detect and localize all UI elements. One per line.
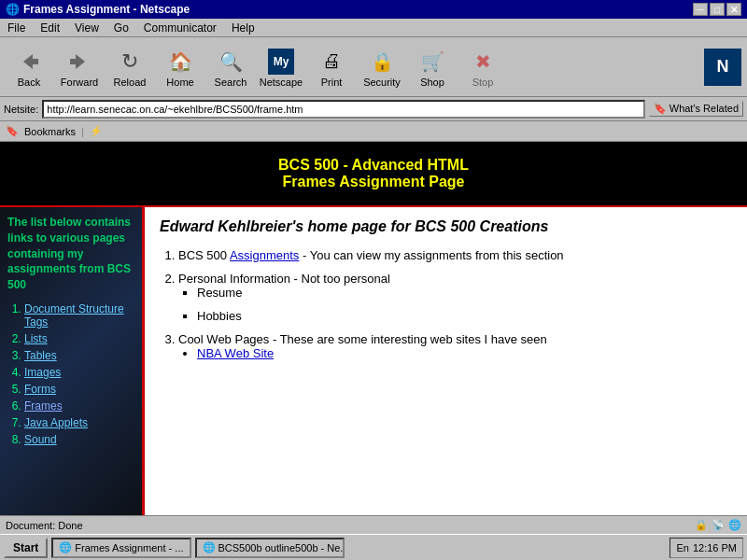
menu-file[interactable]: File — [4, 21, 29, 35]
title-bar-label: Frames Assignment - Netscape — [23, 3, 190, 16]
list-item: Sound — [24, 433, 134, 446]
list-item: Resume — [197, 286, 732, 300]
taskbar-item-bcs500[interactable]: 🌐 BCS500b outline500b - Ne... — [195, 538, 345, 558]
security-button[interactable]: 🔒 Security — [359, 47, 405, 88]
taskbar-item-frames-icon: 🌐 — [59, 541, 72, 553]
menu-go[interactable]: Go — [110, 21, 133, 35]
menu-view[interactable]: View — [71, 21, 103, 35]
shop-button[interactable]: 🛒 Shop — [409, 47, 456, 88]
svg-rect-1 — [33, 59, 38, 64]
list-item: NBA Web Site — [197, 346, 732, 360]
link-images[interactable]: Images — [24, 366, 61, 379]
security-icon: 🔒 — [367, 47, 397, 77]
menu-communicator[interactable]: Communicator — [140, 21, 220, 35]
link-sound[interactable]: Sound — [24, 433, 57, 446]
maximize-button[interactable]: □ — [710, 3, 725, 16]
left-frame-intro: The list below contains links to various… — [7, 215, 134, 293]
search-button[interactable]: 🔍 Search — [207, 47, 254, 88]
link-tables[interactable]: Tables — [24, 349, 57, 362]
list-item: Hobbies — [197, 309, 732, 323]
list-item: Tables — [24, 349, 134, 362]
link-frames[interactable]: Frames — [24, 399, 63, 413]
shop-icon: 🛒 — [417, 47, 447, 77]
left-frame-links: Document Structure Tags Lists Tables Ima… — [7, 302, 134, 446]
nba-link[interactable]: NBA Web Site — [197, 346, 274, 360]
header-title2: Frames Assignment Page — [282, 174, 464, 190]
assignments-link[interactable]: Assignments — [230, 248, 299, 262]
frames-container: The list below contains links to various… — [0, 205, 747, 515]
reload-icon: ↻ — [115, 47, 145, 77]
minimize-button[interactable]: ─ — [693, 3, 708, 16]
link-java-applets[interactable]: Java Applets — [24, 416, 88, 429]
item1-text: BCS 500 — [178, 248, 230, 262]
header-banner: BCS 500 - Advanced HTML Frames Assignmen… — [0, 142, 747, 205]
status-icons: 🔒 📡 🌐 — [695, 519, 741, 531]
address-input[interactable] — [42, 100, 644, 119]
taskbar-clock: En 12:16 PM — [669, 538, 743, 558]
bookmarks-separator: | — [81, 126, 84, 137]
menu-edit[interactable]: Edit — [36, 21, 63, 35]
forward-icon — [64, 47, 94, 77]
status-bar: Document: Done 🔒 📡 🌐 — [0, 515, 747, 534]
menu-bar: File Edit View Go Communicator Help — [0, 19, 747, 37]
item3-text: Cool Web Pages - These are some interest… — [178, 332, 547, 346]
link-lists[interactable]: Lists — [24, 332, 48, 345]
menu-help[interactable]: Help — [228, 21, 259, 35]
back-icon — [14, 47, 44, 77]
link-forms[interactable]: Forms — [24, 383, 56, 396]
netscape-button[interactable]: My Netscape — [258, 47, 304, 88]
list-item: Personal Information - Not too personal … — [178, 272, 732, 323]
left-frame: The list below contains links to various… — [0, 207, 145, 515]
home-button[interactable]: 🏠 Home — [157, 47, 204, 88]
search-icon: 🔍 — [216, 47, 246, 77]
reload-button[interactable]: ↻ Reload — [106, 47, 153, 88]
whats-related-button[interactable]: 🔖 What's Related — [649, 101, 743, 117]
bookmarks-icon: 🔖 — [6, 125, 19, 137]
stop-button[interactable]: ✖ Stop — [459, 47, 506, 88]
taskbar-item-bcs500-icon: 🌐 — [203, 541, 216, 553]
taskbar: Start 🌐 Frames Assignment - ... 🌐 BCS500… — [0, 534, 747, 560]
status-icon-2: 📡 — [712, 519, 725, 531]
item1-rest: - You can view my assignments from this … — [299, 248, 563, 262]
list-item: BCS 500 Assignments - You can view my as… — [178, 248, 732, 262]
right-frame: Edward Kehlbreier's home page for BCS 50… — [145, 207, 747, 515]
list-item: Document Structure Tags — [24, 302, 134, 329]
whats-related-icon: 🔖 — [654, 103, 667, 114]
right-frame-heading: Edward Kehlbreier's home page for BCS 50… — [160, 218, 732, 235]
status-icon-1: 🔒 — [695, 519, 708, 531]
list-item: Forms — [24, 383, 134, 396]
netscape-icon: My — [266, 47, 296, 77]
item2-text: Personal Information - Not too personal — [178, 272, 390, 286]
start-button[interactable]: Start — [4, 538, 48, 558]
address-label: Netsite: — [4, 104, 38, 115]
list-item: Lists — [24, 332, 134, 345]
header-title1: BCS 500 - Advanced HTML — [278, 157, 469, 174]
print-button[interactable]: 🖨 Print — [308, 47, 355, 88]
item3-sublist: NBA Web Site — [197, 346, 732, 360]
address-bar: Netsite: 🔖 What's Related — [0, 97, 747, 121]
stop-icon: ✖ — [468, 47, 498, 77]
bookmarks-bar: 🔖 Bookmarks | ⚡ — [0, 121, 747, 142]
taskbar-item-bcs500-label: BCS500b outline500b - Ne... — [218, 542, 345, 553]
link-document-structure[interactable]: Document Structure Tags — [24, 302, 124, 329]
svg-marker-0 — [23, 54, 33, 69]
lang-indicator: En — [676, 542, 688, 553]
title-bar: 🌐 Frames Assignment - Netscape ─ □ ✕ — [0, 0, 747, 19]
svg-marker-2 — [76, 54, 85, 69]
home-icon: 🏠 — [165, 47, 195, 77]
close-button[interactable]: ✕ — [726, 3, 741, 16]
taskbar-item-frames-label: Frames Assignment - ... — [75, 542, 183, 553]
taskbar-item-frames[interactable]: 🌐 Frames Assignment - ... — [51, 538, 190, 558]
content-area: BCS 500 - Advanced HTML Frames Assignmen… — [0, 142, 747, 515]
instant-icon: ⚡ — [90, 125, 103, 137]
print-icon: 🖨 — [317, 47, 346, 77]
list-item: Java Applets — [24, 416, 134, 429]
bookmarks-label[interactable]: Bookmarks — [24, 126, 76, 137]
status-text: Document: Done — [6, 520, 83, 531]
status-icon-3: 🌐 — [728, 519, 741, 531]
back-button[interactable]: Back — [6, 47, 52, 88]
clock-display: 12:16 PM — [693, 542, 737, 553]
list-item: Cool Web Pages - These are some interest… — [178, 332, 732, 360]
netscape-logo: N — [704, 49, 741, 86]
forward-button[interactable]: Forward — [56, 47, 103, 88]
